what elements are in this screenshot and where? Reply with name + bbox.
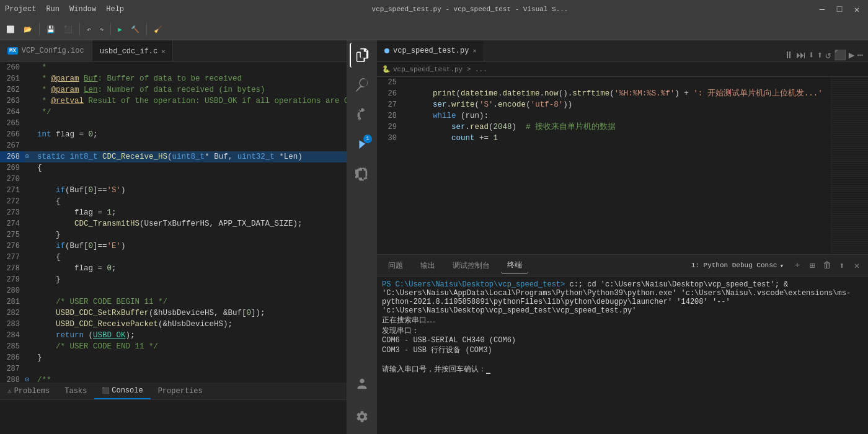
code-line-284: 284 return (USBD_OK); [0,330,347,341]
right-code-line-28: 28 while (run): [377,110,831,122]
code-line-275: 275 } [0,229,347,241]
window-title: vcp_speed_test.py - vcp_speed_test - Vis… [124,6,816,13]
debug-stop[interactable]: ⬛ [834,49,846,61]
toolbar-saveall[interactable]: ⬛ [60,24,76,35]
terminal-content[interactable]: PS C:\Users\Naisu\Desktop\vcp_speed_test… [377,277,868,434]
term-new[interactable]: + [791,259,804,272]
code-line-262: 262 * @param Len: Number of data receive… [0,84,347,95]
code-line-264: 264 */ [0,107,347,118]
right-code-line-30: 30 count += 1 [377,133,831,144]
right-split: vcp_speed_test.py ✕ ⏸ ⏭ ⬇ ⬆ ↺ ⬛ ▶ ⋯ 🐍 vc… [377,40,868,434]
code-line-260: 260 * [0,62,347,73]
debug-step-into[interactable]: ⬇ [808,49,815,61]
code-scroll[interactable]: 260 * 261 * @param Buf: Buffer of data t… [0,62,347,383]
menu-bar: Project Run Window Help [5,5,124,14]
activity-run-debug[interactable] [350,132,374,157]
toolbar-clean[interactable]: 🧹 [150,24,166,35]
maximize-button[interactable]: □ [833,3,846,16]
right-editor-tabs: vcp_speed_test.py ✕ ⏸ ⏭ ⬇ ⬆ ↺ ⬛ ▶ ⋯ [377,40,868,62]
toolbar-redo[interactable]: ↷ [96,24,108,35]
left-split: MX VCP_Config.ioc usbd_cdc_if.c ✕ 260 * … [0,40,347,434]
right-code-with-minimap: 25 26 print(datetime.datetime.now().strf… [377,77,868,254]
menu-window[interactable]: Window [69,5,96,14]
toolbar-run[interactable]: ▶ [114,24,126,35]
close-tab-usbd[interactable]: ✕ [161,48,165,55]
tab-properties[interactable]: Properties [151,383,210,399]
tab-tasks[interactable]: Tasks [57,383,94,399]
run-button[interactable]: ▶ [849,49,855,61]
terminal-line-search: 正在搜索串口…… [382,315,863,326]
menu-run[interactable]: Run [46,5,60,14]
toolbar-undo[interactable]: ↶ [83,24,95,35]
term-tab-problems[interactable]: 问题 [382,258,409,273]
terminal-icons: + ⊞ 🗑 ⬆ ✕ [791,259,863,272]
term-tab-output[interactable]: 输出 [414,258,441,273]
term-tab-debug-console[interactable]: 调试控制台 [446,258,496,273]
terminal-panel: 问题 输出 调试控制台 终端 1: Python Debug Consc ▾ +… [377,254,868,434]
activity-source-control[interactable] [350,102,374,127]
terminal-dropdown[interactable]: 1: Python Debug Consc ▾ [691,262,784,270]
code-line-272: 272 { [0,196,347,207]
breadcrumb: 🐍 vcp_speed_test.py > ... [377,62,868,77]
activity-search[interactable] [350,73,374,97]
toolbar-build[interactable]: 🔨 [127,24,143,35]
right-code-area: 25 26 print(datetime.datetime.now().strf… [377,77,868,254]
minimap [831,77,868,254]
menu-project[interactable]: Project [5,5,36,14]
code-line-268: 268 ⊙ static int8_t CDC_Receive_HS(uint8… [0,151,347,162]
close-button[interactable]: ✕ [851,3,863,16]
code-line-271: 271 if(Buf[0]=='S') [0,185,347,196]
tab-problems[interactable]: ⚠ Problems [0,383,57,399]
code-line-261: 261 * @param Buf: Buffer of data to be r… [0,73,347,84]
terminal-line-found: 发现串口： [382,326,863,336]
code-line-263: 263 * @retval Result of the operation: U… [0,95,347,107]
right-code-line-26: 26 print(datetime.datetime.now().strftim… [377,88,831,99]
code-line-281: 281 /* USER CODE BEGIN 11 */ [0,296,347,308]
toolbar-new[interactable]: ⬜ [2,24,19,35]
code-line-270: 270 [0,174,347,185]
more-options[interactable]: ⋯ [857,49,863,61]
toolbar: ⬜ 📂 💾 ⬛ ↶ ↷ ▶ 🔨 🧹 [0,19,868,40]
term-maximize[interactable]: ⬆ [836,259,848,272]
code-line-273: 273 flag = 1; [0,207,347,218]
tab-vcp-speed-test[interactable]: vcp_speed_test.py ✕ [377,40,484,61]
term-close[interactable]: ✕ [851,259,863,272]
tab-vcp-config[interactable]: MX VCP_Config.ioc [0,40,92,61]
tab-modified-indicator [384,48,389,53]
term-tab-terminal[interactable]: 终端 [501,257,528,273]
right-code-scroll[interactable]: 25 26 print(datetime.datetime.now().strf… [377,77,831,254]
debug-pause[interactable]: ⏸ [784,50,794,61]
code-line-282: 282 USBD_CDC_SetRxBuffer(&hUsbDeviceHS, … [0,308,347,319]
term-delete[interactable]: 🗑 [821,259,833,272]
code-line-279: 279 } [0,274,347,285]
debug-step-out[interactable]: ⬆ [817,49,823,61]
code-line-288: 288 ⊙ /** [0,374,347,383]
code-line-280: 280 [0,285,347,296]
toolbar-open[interactable]: 📂 [20,24,36,35]
titlebar: Project Run Window Help vcp_speed_test.p… [0,0,868,19]
minimize-button[interactable]: — [816,3,828,16]
menu-help[interactable]: Help [106,5,124,14]
code-line-266: 266 int flag = 0; [0,129,347,140]
debug-step-over[interactable]: ⏭ [796,50,806,61]
tab-usbd-cdc[interactable]: usbd_cdc_if.c ✕ [92,40,174,61]
breadcrumb-path: vcp_speed_test.py > ... [393,66,487,73]
close-tab-right[interactable]: ✕ [472,47,476,55]
activity-bar [347,40,377,434]
tab-console[interactable]: ⬛ Console [94,383,150,399]
terminal-tabs-bar: 问题 输出 调试控制台 终端 1: Python Debug Consc ▾ +… [377,255,868,277]
left-editor-tabs: MX VCP_Config.ioc usbd_cdc_if.c ✕ [0,40,347,62]
console-panel [0,400,347,434]
debug-restart[interactable]: ↺ [825,49,831,61]
term-split[interactable]: ⊞ [806,259,818,272]
activity-extensions[interactable] [350,162,374,187]
code-line-286: 286 } [0,352,347,363]
breadcrumb-icon: 🐍 [382,65,391,73]
activity-settings[interactable] [350,404,374,429]
toolbar-save[interactable]: 💾 [43,24,59,35]
activity-explorer[interactable] [350,43,374,68]
terminal-line-ps: PS C:\Users\Naisu\Desktop\vcp_speed_test… [382,280,863,315]
code-line-278: 278 flag = 0; [0,263,347,274]
activity-account[interactable] [350,372,374,397]
window-controls: — □ ✕ [816,3,863,16]
